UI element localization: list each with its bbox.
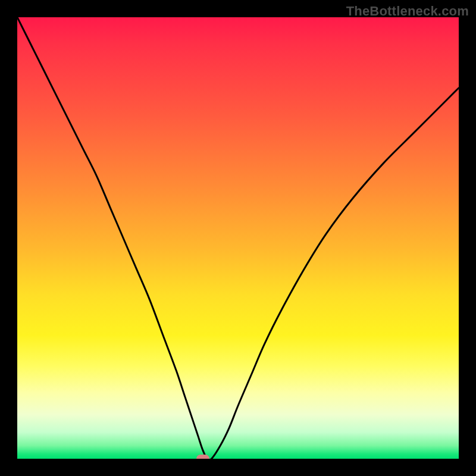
bottleneck-marker bbox=[196, 455, 209, 459]
curve-svg bbox=[17, 17, 459, 459]
chart-frame: TheBottleneck.com bbox=[0, 0, 476, 476]
plot-area bbox=[17, 17, 459, 459]
curve-path bbox=[17, 17, 459, 459]
watermark-text: TheBottleneck.com bbox=[346, 4, 469, 19]
